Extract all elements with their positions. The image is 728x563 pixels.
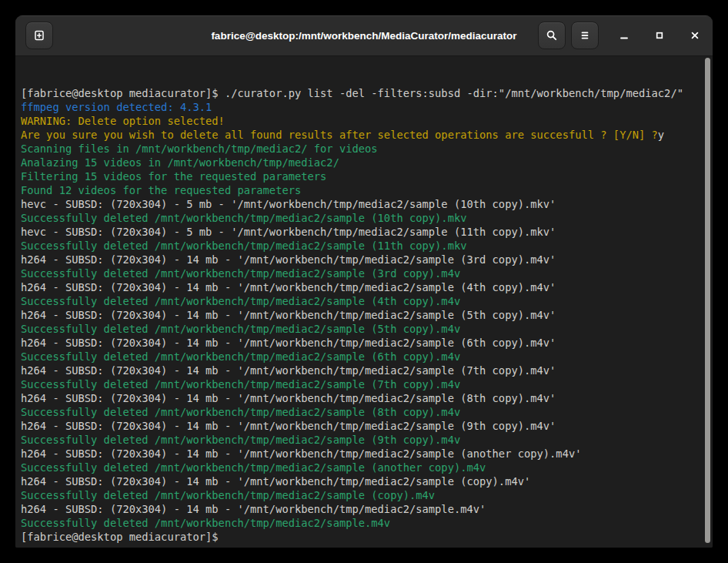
terminal-line: Successfully deleted /mnt/workbench/tmp/… — [21, 433, 700, 447]
terminal-line: Successfully deleted /mnt/workbench/tmp/… — [21, 266, 700, 280]
minimize-button[interactable] — [614, 25, 634, 45]
search-icon — [546, 29, 558, 42]
scrollbar-thumb[interactable] — [705, 58, 710, 543]
terminal-line: h264 - SUBSD: (720x304) - 14 mb - '/mnt/… — [21, 419, 700, 433]
terminal-window: fabrice@desktop:/mnt/workbench/MediaCura… — [15, 15, 713, 548]
terminal-line: h264 - SUBSD: (720x304) - 14 mb - '/mnt/… — [21, 308, 700, 322]
menu-button[interactable] — [571, 22, 599, 49]
terminal-line: h264 - SUBSD: (720x304) - 14 mb - '/mnt/… — [21, 502, 700, 516]
minimize-icon — [618, 29, 630, 42]
terminal-line: Successfully deleted /mnt/workbench/tmp/… — [21, 350, 700, 364]
terminal-line: [fabrice@desktop mediacurator]$ ./curato… — [21, 86, 700, 100]
menu-icon — [579, 29, 591, 42]
titlebar-right-controls — [538, 15, 705, 55]
terminal-line: Are you sure you wish to delete all foun… — [21, 128, 700, 142]
terminal-line: Successfully deleted /mnt/workbench/tmp/… — [21, 461, 700, 474]
terminal-line: h264 - SUBSD: (720x304) - 14 mb - '/mnt/… — [21, 364, 700, 377]
window-title: fabrice@desktop:/mnt/workbench/MediaCura… — [211, 30, 516, 42]
new-tab-button[interactable] — [25, 22, 53, 49]
terminal-line: Successfully deleted /mnt/workbench/tmp/… — [21, 239, 700, 253]
terminal-line: Successfully deleted /mnt/workbench/tmp/… — [21, 488, 700, 502]
maximize-icon — [653, 29, 666, 42]
terminal-line: h264 - SUBSD: (720x304) - 14 mb - '/mnt/… — [21, 253, 700, 266]
titlebar[interactable]: fabrice@desktop:/mnt/workbench/MediaCura… — [15, 15, 713, 56]
terminal-screen[interactable]: [fabrice@desktop mediacurator]$ ./curato… — [15, 56, 713, 548]
terminal-line: Successfully deleted /mnt/workbench/tmp/… — [21, 516, 700, 530]
terminal-line: Found 12 videos for the requested parame… — [21, 183, 700, 197]
search-button[interactable] — [538, 22, 566, 49]
terminal-output: [fabrice@desktop mediacurator]$ ./curato… — [21, 86, 700, 544]
terminal-line: hevc - SUBSD: (720x304) - 5 mb - '/mnt/w… — [21, 197, 700, 211]
new-tab-icon — [33, 29, 45, 42]
terminal-line: h264 - SUBSD: (720x304) - 14 mb - '/mnt/… — [21, 391, 700, 405]
maximize-button[interactable] — [650, 25, 670, 45]
terminal-line: ffmpeg version detected: 4.3.1 — [21, 100, 700, 114]
terminal-line: Successfully deleted /mnt/workbench/tmp/… — [21, 405, 700, 419]
close-button[interactable] — [685, 25, 705, 45]
terminal-line: Successfully deleted /mnt/workbench/tmp/… — [21, 322, 700, 336]
terminal-line: Scanning files in /mnt/workbench/tmp/med… — [21, 142, 700, 156]
terminal-line: h264 - SUBSD: (720x304) - 14 mb - '/mnt/… — [21, 280, 700, 294]
terminal-line: h264 - SUBSD: (720x304) - 14 mb - '/mnt/… — [21, 447, 700, 461]
terminal-line: Successfully deleted /mnt/workbench/tmp/… — [21, 377, 700, 391]
close-icon — [689, 29, 701, 42]
terminal-line: h264 - SUBSD: (720x304) - 14 mb - '/mnt/… — [21, 336, 700, 350]
terminal-line: hevc - SUBSD: (720x304) - 5 mb - '/mnt/w… — [21, 225, 700, 239]
terminal-line: Successfully deleted /mnt/workbench/tmp/… — [21, 211, 700, 225]
terminal-line: WARNING: Delete option selected! — [21, 114, 700, 128]
terminal-line: Successfully deleted /mnt/workbench/tmp/… — [21, 294, 700, 308]
terminal-line: [fabrice@desktop mediacurator]$ — [21, 530, 700, 544]
terminal-line: Analazing 15 videos in /mnt/workbench/tm… — [21, 156, 700, 169]
terminal-line: h264 - SUBSD: (720x304) - 14 mb - '/mnt/… — [21, 474, 700, 488]
terminal-line: Filtering 15 videos for the requested pa… — [21, 169, 700, 183]
